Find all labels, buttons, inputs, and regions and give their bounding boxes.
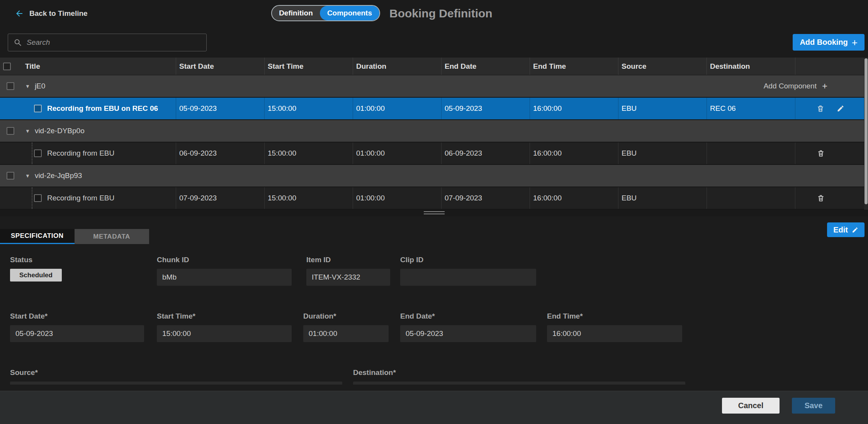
delete-icon[interactable] (816, 149, 826, 158)
chunk-id-label: Chunk ID (157, 256, 292, 265)
edit-pencil-icon[interactable] (836, 104, 845, 113)
cell-destination (707, 187, 795, 209)
cell-source: EBU (618, 142, 707, 164)
toggle-components[interactable]: Components (320, 6, 379, 20)
plus-icon: + (822, 81, 827, 91)
cell-actions (795, 142, 868, 164)
view-toggle: Definition Components (271, 5, 380, 21)
cell-start-date: 07-09-2023 (176, 187, 265, 209)
add-booking-button[interactable]: Add Booking + (793, 34, 865, 51)
search-input[interactable] (27, 38, 201, 47)
cell-start-time: 15:00:00 (265, 142, 353, 164)
component-row[interactable]: Recording from EBU 07-09-2023 15:00:00 0… (0, 187, 868, 210)
toggle-definition[interactable]: Definition (272, 9, 320, 17)
column-header-source[interactable]: Source (618, 58, 707, 75)
source-field[interactable] (10, 382, 342, 385)
table-header: Title Start Date Start Time Duration End… (0, 58, 868, 75)
end-date-field[interactable] (400, 325, 536, 342)
table-scrollbar[interactable] (864, 58, 868, 210)
tree-connector (32, 142, 32, 164)
end-time-label: End Time* (547, 312, 682, 321)
group-checkbox[interactable] (7, 82, 14, 90)
specification-form: Status Scheduled Chunk ID Item ID Clip I… (0, 244, 868, 385)
cell-title: Recording from EBU (0, 142, 176, 164)
edit-button[interactable]: Edit (827, 222, 865, 237)
cell-start-date: 05-09-2023 (176, 98, 265, 119)
item-id-field[interactable] (306, 269, 390, 286)
cell-start-time: 15:00:00 (265, 187, 353, 209)
plus-icon: + (852, 37, 858, 47)
cell-end-time: 16:00:00 (530, 187, 618, 209)
row-checkbox[interactable] (34, 105, 42, 112)
chunk-id-field[interactable] (157, 269, 292, 286)
group-checkbox[interactable] (7, 172, 14, 180)
start-time-field[interactable] (157, 325, 292, 342)
column-header-actions (795, 58, 868, 75)
cell-duration: 01:00:00 (353, 187, 442, 209)
delete-icon[interactable] (816, 104, 825, 113)
group-checkbox[interactable] (7, 127, 14, 135)
start-date-field[interactable] (10, 325, 144, 342)
group-row-je0[interactable]: ▼ jE0 Add Component + (0, 75, 868, 98)
tab-specification[interactable]: SPECIFICATION (0, 229, 75, 244)
cell-source: EBU (618, 98, 707, 119)
detail-tabs: SPECIFICATION METADATA (0, 229, 149, 244)
select-all-checkbox[interactable] (3, 63, 11, 70)
tree-connector (32, 98, 32, 119)
duration-field[interactable] (303, 325, 389, 342)
group-row-dybp0o[interactable]: ▼ vid-2e-DYBp0o (0, 120, 868, 142)
destination-label: Destination* (353, 368, 685, 378)
edit-pencil-icon (852, 227, 858, 233)
column-header-title[interactable]: Title (22, 58, 176, 75)
add-component-button[interactable]: Add Component + (764, 81, 827, 91)
clip-id-field[interactable] (400, 269, 536, 286)
column-header-end-date[interactable]: End Date (442, 58, 530, 75)
cell-end-date: 05-09-2023 (442, 98, 530, 119)
component-row[interactable]: Recording from EBU 06-09-2023 15:00:00 0… (0, 142, 868, 165)
component-row-selected[interactable]: Recording from EBU on REC 06 05-09-2023 … (0, 98, 868, 120)
tree-connector (32, 187, 32, 209)
column-header-destination[interactable]: Destination (707, 58, 795, 75)
cell-title: Recording from EBU on REC 06 (0, 98, 176, 119)
delete-icon[interactable] (816, 193, 826, 203)
tab-metadata[interactable]: METADATA (75, 229, 149, 244)
back-to-timeline-button[interactable]: Back to Timeline (15, 9, 88, 18)
row-checkbox[interactable] (34, 194, 42, 202)
cell-end-time: 16:00:00 (530, 98, 618, 119)
group-row-jqbp93[interactable]: ▼ vid-2e-JqBp93 (0, 165, 868, 187)
cell-start-time: 15:00:00 (265, 98, 353, 119)
group-title: jE0 (35, 82, 45, 90)
end-time-field[interactable] (547, 325, 682, 342)
search-box (8, 34, 207, 51)
panel-splitter (0, 210, 868, 216)
clip-id-label: Clip ID (400, 256, 536, 265)
duration-label: Duration* (303, 312, 389, 321)
cell-end-date: 07-09-2023 (442, 187, 530, 209)
cancel-button[interactable]: Cancel (722, 398, 780, 414)
scrollbar-thumb[interactable] (865, 58, 868, 204)
row-checkbox[interactable] (34, 149, 42, 157)
bookings-table: Title Start Date Start Time Duration End… (0, 58, 868, 210)
cell-actions (795, 98, 868, 119)
column-header-duration[interactable]: Duration (353, 58, 442, 75)
item-id-label: Item ID (306, 256, 390, 265)
column-header-end-time[interactable]: End Time (530, 58, 618, 75)
search-icon (14, 38, 22, 47)
cell-title: Recording from EBU (0, 187, 176, 209)
caret-down-icon[interactable]: ▼ (25, 83, 30, 89)
detail-panel: SPECIFICATION METADATA Edit Status Sched… (0, 216, 868, 391)
caret-down-icon[interactable]: ▼ (25, 128, 30, 134)
cell-duration: 01:00:00 (353, 142, 442, 164)
source-label: Source* (10, 368, 342, 378)
page-title: Booking Definition (389, 0, 493, 27)
column-header-start-date[interactable]: Start Date (176, 58, 265, 75)
group-title: vid-2e-DYBp0o (35, 127, 85, 135)
resize-handle[interactable] (424, 211, 445, 214)
caret-down-icon[interactable]: ▼ (25, 173, 30, 179)
booking-definition-app: Back to Timeline Definition Components B… (0, 0, 868, 424)
destination-field[interactable] (353, 382, 685, 385)
cell-source: EBU (618, 187, 707, 209)
column-header-start-time[interactable]: Start Time (265, 58, 353, 75)
save-button[interactable]: Save (792, 398, 835, 414)
back-to-timeline-label: Back to Timeline (29, 9, 88, 18)
